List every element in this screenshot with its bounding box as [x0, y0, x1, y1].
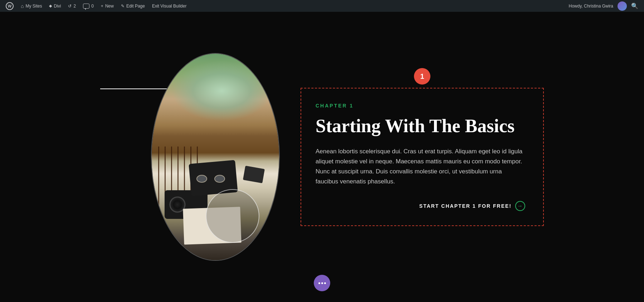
cta-label: START CHAPTER 1 FOR FREE!	[419, 203, 512, 209]
my-sites-label: My Sites	[25, 4, 42, 9]
glasses-element	[196, 175, 225, 184]
page-layout: 1 CHAPTER 1 Starting With The Basics Aen…	[0, 12, 644, 302]
search-icon[interactable]: 🔍	[628, 3, 641, 9]
main-content: 1 CHAPTER 1 Starting With The Basics Aen…	[0, 12, 644, 302]
dot-3	[324, 282, 326, 284]
cta-button[interactable]: START CHAPTER 1 FOR FREE! →	[316, 201, 525, 211]
dot-1	[318, 282, 320, 284]
edit-page-label: Edit Page	[126, 4, 145, 9]
chapter-box: CHAPTER 1 Starting With The Basics Aenea…	[301, 88, 544, 226]
exit-builder-button[interactable]: Exit Visual Builder	[149, 0, 190, 12]
wordpress-icon: W	[6, 2, 14, 10]
mysites-icon: ⌂	[21, 3, 24, 9]
divi-label: Divi	[54, 4, 61, 9]
plus-icon: +	[101, 4, 103, 9]
chapter-title: Starting With The Basics	[316, 116, 525, 136]
chapter-body: Aenean lobortis scelerisque dui. Cras ut…	[316, 147, 525, 187]
avatar-image	[618, 1, 627, 11]
admin-bar: W ⌂ My Sites ◆ Divi ↺ 2 0 + New ✎ Edit P…	[0, 0, 644, 12]
decorative-circle	[206, 189, 259, 243]
chapter-badge: 1	[414, 68, 430, 85]
dot-2	[321, 282, 323, 284]
badge-number: 1	[420, 72, 424, 81]
edit-icon: ✎	[121, 4, 125, 9]
avatar[interactable]	[618, 1, 627, 11]
glass-lens-left	[196, 175, 207, 183]
divi-button[interactable]: ◆ Divi	[46, 0, 64, 12]
comments-button[interactable]: 0	[80, 0, 97, 12]
right-section: 1 CHAPTER 1 Starting With The Basics Aen…	[301, 88, 544, 226]
left-section	[100, 32, 279, 282]
revisions-icon: ↺	[68, 4, 72, 9]
revisions-button[interactable]: ↺ 2	[65, 0, 79, 12]
chapter-label: CHAPTER 1	[316, 103, 525, 109]
edit-page-button[interactable]: ✎ Edit Page	[118, 0, 148, 12]
floating-menu-button[interactable]	[314, 275, 330, 291]
glass-lens-right	[214, 175, 225, 183]
greeting-label: Howdy, Christina Gwira	[566, 0, 616, 12]
comments-count: 0	[91, 4, 94, 9]
cta-arrow-icon: →	[515, 201, 525, 211]
comments-icon	[83, 4, 89, 9]
new-button[interactable]: + New	[98, 0, 117, 12]
revisions-count: 2	[73, 4, 76, 9]
exit-builder-label: Exit Visual Builder	[152, 4, 187, 9]
divi-icon: ◆	[49, 4, 52, 8]
wallet-element	[243, 166, 265, 183]
new-label: New	[105, 4, 114, 9]
my-sites-button[interactable]: ⌂ My Sites	[18, 0, 45, 12]
admin-bar-right: Howdy, Christina Gwira 🔍	[566, 0, 641, 12]
wp-logo-button[interactable]: W	[3, 0, 16, 12]
